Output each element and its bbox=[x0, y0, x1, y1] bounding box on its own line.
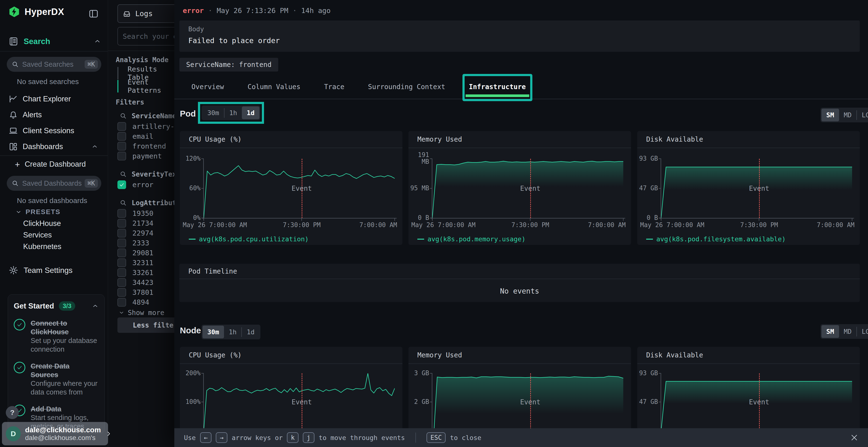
source-select[interactable]: Logs bbox=[117, 4, 175, 23]
checkbox[interactable] bbox=[117, 152, 126, 161]
filter-option[interactable]: error bbox=[108, 180, 175, 190]
filter-option[interactable]: 2333 bbox=[108, 238, 175, 248]
filter-option-label: 19350 bbox=[132, 209, 153, 217]
checkbox[interactable] bbox=[117, 142, 126, 150]
checkbox[interactable] bbox=[117, 259, 126, 267]
sidebar-item-alerts[interactable]: Alerts bbox=[0, 107, 108, 123]
chart-title: Memory Used bbox=[408, 131, 631, 148]
event-search-input[interactable] bbox=[123, 32, 175, 40]
checkbox[interactable] bbox=[117, 229, 126, 238]
tab-surrounding-context[interactable]: Surrounding Context bbox=[364, 76, 450, 99]
filter-option-label: 4894 bbox=[132, 298, 149, 306]
show-more-button[interactable]: Show more bbox=[108, 307, 175, 318]
event-search-box[interactable] bbox=[117, 27, 175, 45]
user-menu[interactable]: D dale@clickhouse.com dale@clickhouse.co… bbox=[2, 422, 108, 445]
sidebar-item-label: Client Sessions bbox=[23, 127, 74, 135]
chart-card-pod_mem: Memory Used191 MB95 MB0 BMay 26 7:00:00 … bbox=[408, 131, 631, 245]
chevron-up-icon[interactable] bbox=[94, 38, 101, 45]
checkbox-checked[interactable] bbox=[117, 180, 126, 189]
node-time-30m[interactable]: 30m bbox=[203, 325, 224, 338]
y-tick-label: 60% bbox=[180, 185, 200, 192]
filter-option[interactable]: artillery-loa bbox=[108, 122, 175, 131]
chart-card-pod_cpu: CPU Usage (%)120%60%0%May 26 7:00:00 AM7… bbox=[180, 131, 402, 245]
create-dashboard-button[interactable]: + Create Dashboard bbox=[15, 160, 86, 169]
filter-option[interactable]: 21734 bbox=[108, 218, 175, 228]
nav-search[interactable]: Search bbox=[9, 37, 101, 46]
search-icon[interactable] bbox=[120, 199, 127, 206]
node-size-md[interactable]: MD bbox=[839, 325, 857, 338]
checkbox[interactable] bbox=[117, 122, 126, 131]
checkbox[interactable] bbox=[117, 248, 126, 257]
tab-infrastructure[interactable]: Infrastructure bbox=[465, 76, 530, 99]
node-section-title: Node bbox=[180, 325, 201, 335]
presets-toggle[interactable]: PRESETS bbox=[16, 208, 61, 216]
close-icon[interactable] bbox=[850, 434, 858, 442]
tab-overview[interactable]: Overview bbox=[187, 76, 228, 99]
checkbox[interactable] bbox=[117, 219, 126, 228]
filter-option[interactable]: 33261 bbox=[108, 268, 175, 277]
preset-item-services[interactable]: Services bbox=[23, 229, 61, 241]
node-time-1h[interactable]: 1h bbox=[224, 325, 242, 338]
sidebar-item-label: Dashboards bbox=[23, 142, 63, 151]
filter-option[interactable]: frontend bbox=[108, 141, 175, 151]
pod-size-sm[interactable]: SM bbox=[822, 109, 839, 122]
saved-searches-input[interactable] bbox=[22, 61, 85, 68]
checkbox[interactable] bbox=[117, 288, 126, 297]
help-button[interactable]: ? bbox=[6, 406, 19, 419]
node-size-sm[interactable]: SM bbox=[822, 325, 839, 338]
sidebar-item-team-settings[interactable]: Team Settings bbox=[9, 265, 72, 275]
sidebar-item-dashboards[interactable]: Dashboards bbox=[0, 139, 108, 154]
filter-option[interactable]: 37801 bbox=[108, 287, 175, 297]
pod-time-1d[interactable]: 1d bbox=[242, 106, 259, 119]
tab-trace[interactable]: Trace bbox=[320, 76, 349, 99]
filter-option[interactable]: 34423 bbox=[108, 277, 175, 287]
less-filters-button[interactable]: Less filters bbox=[117, 317, 175, 333]
node-time-1d[interactable]: 1d bbox=[242, 325, 259, 338]
sidebar-item-chart-explorer[interactable]: Chart Explorer bbox=[0, 91, 108, 107]
filters-label: Filters bbox=[116, 98, 144, 106]
pod-size-md[interactable]: MD bbox=[839, 109, 857, 122]
detail-tabs: OverviewColumn ValuesTraceSurrounding Co… bbox=[174, 76, 868, 99]
saved-dashboards-search[interactable]: ⌘K bbox=[7, 176, 101, 191]
event-marker-label: Event bbox=[520, 398, 540, 406]
x-axis bbox=[202, 218, 397, 218]
node-size-lg[interactable]: LG bbox=[857, 325, 868, 338]
checkbox[interactable] bbox=[117, 268, 126, 277]
chevron-up-icon bbox=[91, 143, 98, 150]
pod-time-30m[interactable]: 30m bbox=[203, 106, 224, 119]
checkbox[interactable] bbox=[117, 132, 126, 141]
filter-option[interactable]: 22974 bbox=[108, 228, 175, 238]
search-icon[interactable] bbox=[120, 171, 127, 178]
analysis-mode-event-patterns[interactable]: Event Patterns bbox=[117, 80, 175, 93]
checkbox[interactable] bbox=[117, 278, 126, 287]
chart-title: CPU Usage (%) bbox=[180, 347, 402, 364]
filter-option[interactable]: email bbox=[108, 131, 175, 141]
filter-option[interactable]: payment bbox=[108, 151, 175, 161]
tab-column-values[interactable]: Column Values bbox=[243, 76, 305, 99]
checkbox[interactable] bbox=[117, 209, 126, 218]
chevron-up-icon[interactable] bbox=[92, 303, 99, 309]
filter-option[interactable]: 29081 bbox=[108, 248, 175, 258]
service-name-tag[interactable]: ServiceName: frontend bbox=[179, 58, 278, 72]
search-icon[interactable] bbox=[120, 112, 127, 119]
pod-size-lg[interactable]: LG bbox=[857, 109, 868, 122]
drawer-footer: Use ← → arrow keys or k j to move throug… bbox=[174, 428, 868, 447]
checkbox[interactable] bbox=[117, 298, 126, 307]
y-tick-mark bbox=[659, 402, 661, 402]
filter-option-label: 21734 bbox=[132, 219, 153, 227]
checkbox[interactable] bbox=[117, 239, 126, 247]
pod-time-1h[interactable]: 1h bbox=[224, 106, 242, 119]
saved-dashboards-input[interactable] bbox=[22, 179, 85, 187]
sidebar-collapse-icon[interactable] bbox=[89, 9, 99, 19]
filter-option[interactable]: 32311 bbox=[108, 258, 175, 268]
preset-item-kubernetes[interactable]: Kubernetes bbox=[23, 241, 61, 252]
sidebar-item-client-sessions[interactable]: Client Sessions bbox=[0, 123, 108, 139]
app-logo[interactable]: HyperDX bbox=[9, 6, 64, 18]
preset-item-clickhouse[interactable]: ClickHouse bbox=[23, 218, 61, 229]
filter-option[interactable]: 4894 bbox=[108, 297, 175, 307]
saved-searches-search[interactable]: ⌘K bbox=[7, 57, 101, 72]
analysis-mode-results-table[interactable]: Results Table bbox=[117, 67, 175, 79]
get-started-item: Create Data SourcesConfigure where your … bbox=[14, 362, 99, 397]
filter-option-label: 33261 bbox=[132, 269, 153, 277]
filter-option[interactable]: 19350 bbox=[108, 208, 175, 218]
